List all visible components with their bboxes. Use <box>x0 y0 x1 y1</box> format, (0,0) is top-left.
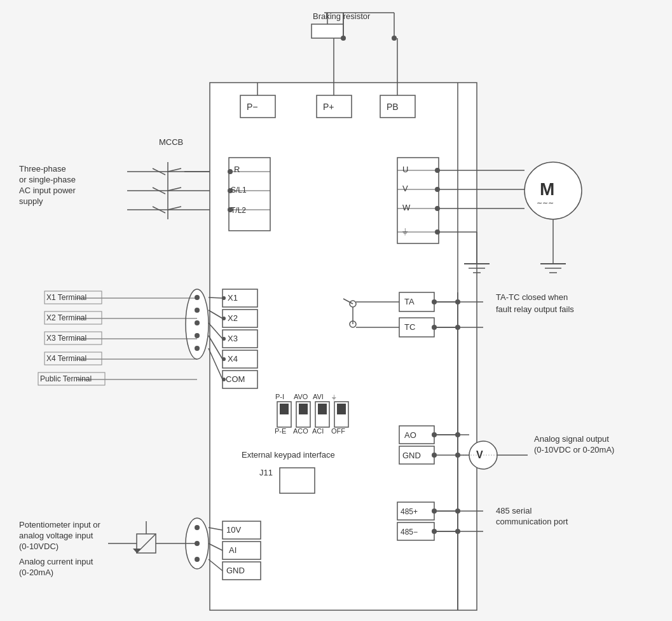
svg-point-110 <box>432 453 437 458</box>
svg-text:AI: AI <box>229 545 237 555</box>
svg-text:Three-phase: Three-phase <box>19 164 66 174</box>
svg-text:(0-10VDC or 0-20mA): (0-10VDC or 0-20mA) <box>534 445 614 454</box>
svg-text:AC input power: AC input power <box>19 186 76 195</box>
svg-text:supply: supply <box>19 196 43 206</box>
svg-text:W: W <box>402 203 411 212</box>
svg-text:X2: X2 <box>228 313 238 323</box>
svg-text:External keypad interface: External keypad interface <box>242 450 335 460</box>
svg-rect-129 <box>223 542 261 559</box>
svg-text:∼∼∼: ∼∼∼ <box>537 199 554 207</box>
svg-rect-2 <box>312 24 343 38</box>
svg-text:Analog current input: Analog current input <box>19 557 93 566</box>
svg-text:P-I: P-I <box>275 393 284 400</box>
svg-point-88 <box>222 337 226 341</box>
svg-text:485 serial: 485 serial <box>496 506 531 515</box>
svg-point-89 <box>222 357 226 361</box>
svg-text:10V: 10V <box>226 525 241 535</box>
svg-text:X4 Terminal: X4 Terminal <box>46 354 86 363</box>
svg-text:X1 Terminal: X1 Terminal <box>46 293 86 302</box>
svg-text:R: R <box>234 165 240 174</box>
svg-text:analog voltage  input: analog voltage input <box>19 531 93 540</box>
svg-text:T/L2: T/L2 <box>231 206 246 215</box>
svg-text:TA: TA <box>404 297 415 306</box>
svg-text:⏚: ⏚ <box>402 226 408 236</box>
svg-rect-101 <box>318 404 327 414</box>
svg-text:PB: PB <box>387 102 399 112</box>
svg-text:Public Terminal: Public Terminal <box>40 374 92 383</box>
svg-text:485−: 485− <box>401 528 418 536</box>
svg-text:Analog signal output: Analog signal output <box>534 434 609 444</box>
svg-text:X1: X1 <box>228 293 238 303</box>
svg-text:GND: GND <box>226 566 245 575</box>
svg-point-73 <box>195 320 200 325</box>
svg-text:AVO: AVO <box>294 393 308 400</box>
svg-text:P-E: P-E <box>275 427 286 435</box>
svg-point-20 <box>228 169 233 174</box>
svg-point-72 <box>195 308 200 313</box>
svg-text:or single-phase: or single-phase <box>19 175 76 184</box>
svg-point-121 <box>195 557 200 562</box>
svg-text:OFF: OFF <box>331 427 345 435</box>
svg-point-87 <box>222 317 226 320</box>
svg-text:GND: GND <box>402 451 421 460</box>
svg-text:AVI: AVI <box>313 393 324 400</box>
svg-text:J11: J11 <box>259 468 273 477</box>
svg-text:⏚: ⏚ <box>332 393 336 400</box>
svg-point-71 <box>195 295 200 300</box>
svg-text:X4: X4 <box>228 354 238 364</box>
svg-text:MCCB: MCCB <box>159 137 183 147</box>
wiring-diagram: Braking resistor P− P+ PB MCCB Three-pha… <box>0 0 672 621</box>
svg-rect-99 <box>299 404 308 414</box>
svg-text:(0-10VDC): (0-10VDC) <box>19 542 58 551</box>
svg-text:P−: P− <box>247 102 258 112</box>
svg-rect-103 <box>337 404 346 414</box>
svg-point-119 <box>195 525 200 530</box>
svg-text:fault relay output fails: fault relay output fails <box>496 304 574 314</box>
svg-text:X3 Terminal: X3 Terminal <box>46 334 86 343</box>
svg-text:ACO: ACO <box>293 427 308 435</box>
svg-line-81 <box>209 297 223 298</box>
svg-point-86 <box>222 296 226 300</box>
svg-rect-136 <box>280 468 315 493</box>
svg-point-75 <box>195 346 200 351</box>
svg-text:AO: AO <box>404 430 416 440</box>
svg-text:COM: COM <box>226 374 245 384</box>
svg-text:P+: P+ <box>323 102 334 112</box>
svg-text:485+: 485+ <box>401 507 418 516</box>
svg-text:X2 Terminal: X2 Terminal <box>46 313 86 322</box>
svg-text:TA-TC closed when: TA-TC closed when <box>496 292 568 302</box>
svg-rect-97 <box>280 404 289 414</box>
svg-text:communication port: communication port <box>496 517 568 526</box>
svg-text:U: U <box>402 165 408 174</box>
svg-text:V: V <box>402 184 408 193</box>
svg-text:X3: X3 <box>228 334 238 343</box>
svg-point-9 <box>392 36 397 41</box>
svg-point-74 <box>195 333 200 338</box>
svg-text:ACI: ACI <box>312 427 324 435</box>
svg-text:V: V <box>476 449 483 460</box>
svg-point-8 <box>341 36 346 41</box>
svg-text:TC: TC <box>404 322 415 332</box>
svg-text:(0-20mA): (0-20mA) <box>19 568 53 577</box>
svg-text:M: M <box>540 179 554 199</box>
svg-text:Braking resistor: Braking resistor <box>313 11 371 21</box>
svg-text:Potentiometer input or: Potentiometer input or <box>19 520 101 529</box>
svg-text:S/L1: S/L1 <box>231 186 247 194</box>
